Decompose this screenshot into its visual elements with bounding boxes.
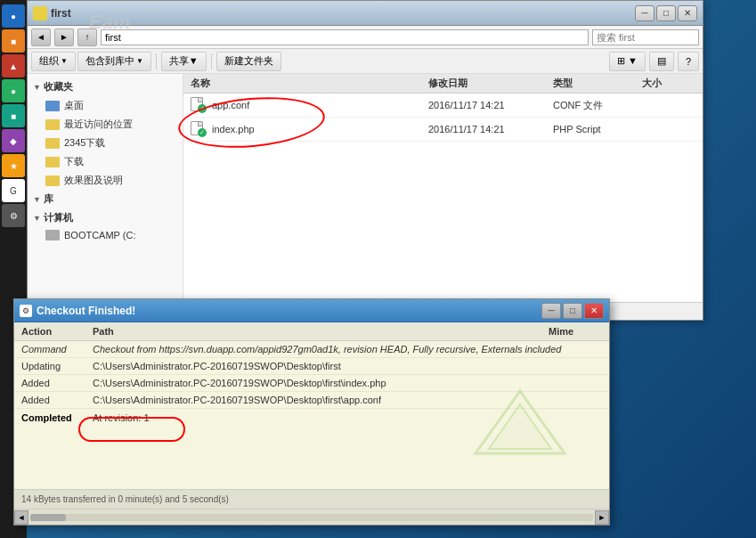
favorites-section[interactable]: ▼ 收藏夹: [28, 77, 183, 96]
nav-item-download[interactable]: 下载: [28, 152, 183, 171]
new-folder-button[interactable]: 新建文件夹: [216, 52, 281, 71]
appconf-name: app.conf: [212, 100, 428, 110]
indexphp-name: index.php: [212, 124, 428, 134]
2345-folder-icon: [45, 138, 60, 149]
indexphp-date: 2016/11/17 14:21: [428, 124, 553, 134]
desktop: Eam ● ■ ▲ ● ■ ◆ ★ G ⚙ first ─ □ ✕ ◄ ► ↑: [0, 0, 756, 538]
indexphp-type: PHP Script: [553, 124, 642, 134]
updating-path: C:\Users\Administrator.PC-20160719SWOP\D…: [93, 361, 602, 371]
completed-value: At revision: 1: [93, 412, 150, 423]
taskbar-icon-7[interactable]: ★: [2, 154, 25, 177]
file-item-appconf[interactable]: ✓ app.conf 2016/11/17 14:21 CONF 文件: [183, 94, 703, 118]
share-button[interactable]: 共享▼: [161, 52, 207, 71]
organize-button[interactable]: 组织 ▼: [31, 52, 76, 71]
svg-marker-1: [489, 404, 551, 449]
added-conf-action: Added: [21, 395, 93, 405]
taskbar-icon-1[interactable]: ●: [2, 4, 25, 28]
preview-button[interactable]: ▤: [649, 52, 674, 71]
dialog-title: Checkout Finished!: [37, 305, 541, 317]
taskbar-icon-5[interactable]: ■: [2, 104, 25, 127]
col-name-header: 名称: [191, 77, 428, 90]
toolbar-separator-2: [211, 53, 212, 69]
toolbar: 组织 ▼ 包含到库中 ▼ 共享▼ 新建文件夹 ⊞ ▼ ▤ ?: [28, 49, 703, 74]
close-button[interactable]: ✕: [678, 5, 697, 21]
index-php-icon: ✓: [191, 121, 207, 137]
content-area: ▼ 收藏夹 桌面 最近访问的位置 2345下载 下载: [28, 74, 703, 302]
file-item-indexphp[interactable]: ✓ index.php 2016/11/17 14:21 PHP Script: [183, 118, 703, 142]
dialog-maximize-button[interactable]: □: [563, 303, 582, 319]
app-conf-icon: ✓: [191, 97, 207, 113]
taskbar-icon-6[interactable]: ◆: [2, 129, 25, 152]
minimize-button[interactable]: ─: [635, 5, 654, 21]
effects-folder-icon: [45, 175, 60, 186]
dialog-controls: ─ □ ✕: [541, 303, 604, 319]
dialog-scrollbar-horizontal[interactable]: ◄ ►: [14, 509, 609, 525]
toolbar-right: ⊞ ▼ ▤ ?: [609, 52, 699, 71]
path-col-header: Path: [93, 326, 549, 337]
col-size-header: 大小: [642, 77, 695, 90]
explorer-window-title: first: [51, 7, 635, 20]
command-action: Command: [21, 344, 93, 355]
mime-col-header: Mime: [549, 326, 602, 337]
include-library-button[interactable]: 包含到库中 ▼: [77, 52, 151, 71]
added-index-action: Added: [21, 378, 93, 388]
logo-text: Eam: [89, 11, 130, 34]
command-path: Checkout from https://svn.duapp.com/appi…: [93, 344, 602, 355]
nav-item-2345download[interactable]: 2345下载: [28, 134, 183, 152]
dialog-row-command: Command Checkout from https://svn.duapp.…: [14, 341, 609, 358]
col-date-header: 修改日期: [428, 77, 553, 90]
drive-icon: [45, 230, 60, 240]
dialog-table-header: Action Path Mime: [14, 322, 609, 341]
recent-folder-icon: [45, 119, 60, 130]
dialog-minimize-button[interactable]: ─: [541, 303, 561, 319]
action-col-header: Action: [21, 326, 93, 337]
explorer-title-icon: [33, 6, 47, 20]
left-panel: ▼ 收藏夹 桌面 最近访问的位置 2345下载 下载: [28, 74, 183, 302]
help-button[interactable]: ?: [678, 52, 699, 71]
background-decoration: [467, 382, 573, 471]
file-panel: 名称 修改日期 类型 大小 ✓ app.conf 2016/11/17 14:2…: [183, 74, 703, 302]
maximize-button[interactable]: □: [656, 5, 676, 21]
window-controls: ─ □ ✕: [635, 5, 697, 21]
view-options-button[interactable]: ⊞ ▼: [609, 52, 646, 71]
dialog-footer: 14 kBytes transferred in 0 minute(s) and…: [14, 489, 609, 509]
file-list-header: 名称 修改日期 类型 大小: [183, 74, 703, 94]
nav-item-bootcamp[interactable]: BOOTCAMP (C:: [28, 227, 183, 243]
back-button[interactable]: ◄: [31, 29, 51, 46]
scroll-right[interactable]: ►: [595, 510, 609, 525]
dialog-icon: ⚙: [20, 305, 32, 317]
taskbar-icon-3[interactable]: ▲: [2, 54, 25, 77]
nav-item-recent[interactable]: 最近访问的位置: [28, 115, 183, 134]
appconf-type: CONF 文件: [553, 99, 642, 112]
toolbar-separator: [156, 53, 157, 69]
taskbar-icon-4[interactable]: ●: [2, 79, 25, 102]
taskbar-icon-9[interactable]: ⚙: [2, 204, 25, 227]
forward-button[interactable]: ►: [54, 29, 74, 46]
download-folder-icon: [45, 157, 60, 167]
taskbar-icon-2[interactable]: ■: [2, 29, 25, 53]
scroll-track: [30, 514, 593, 521]
address-input[interactable]: [101, 29, 589, 45]
footer-text: 14 kBytes transferred in 0 minute(s) and…: [21, 494, 229, 504]
taskbar-icon-8[interactable]: G: [2, 179, 25, 202]
computer-section[interactable]: ▼ 计算机: [28, 208, 183, 227]
scroll-left[interactable]: ◄: [14, 510, 28, 525]
scroll-thumb[interactable]: [30, 514, 66, 521]
explorer-window: first ─ □ ✕ ◄ ► ↑ 组织 ▼ 包含到库中 ▼: [27, 0, 703, 321]
desktop-folder-icon: [45, 101, 60, 111]
dialog-titlebar: ⚙ Checkout Finished! ─ □ ✕: [14, 299, 609, 322]
library-section[interactable]: ▼ 库: [28, 190, 183, 208]
dialog-row-updating: Updating C:\Users\Administrator.PC-20160…: [14, 358, 609, 375]
completed-label: Completed: [21, 412, 93, 423]
nav-item-effects[interactable]: 效果图及说明: [28, 171, 183, 190]
appconf-date: 2016/11/17 14:21: [428, 100, 553, 110]
dialog-close-button[interactable]: ✕: [584, 303, 604, 319]
nav-item-desktop[interactable]: 桌面: [28, 96, 183, 115]
updating-action: Updating: [21, 361, 93, 371]
col-type-header: 类型: [553, 77, 642, 90]
checkout-dialog: ⚙ Checkout Finished! ─ □ ✕ Action Path M…: [13, 298, 610, 526]
search-input[interactable]: [592, 29, 699, 45]
